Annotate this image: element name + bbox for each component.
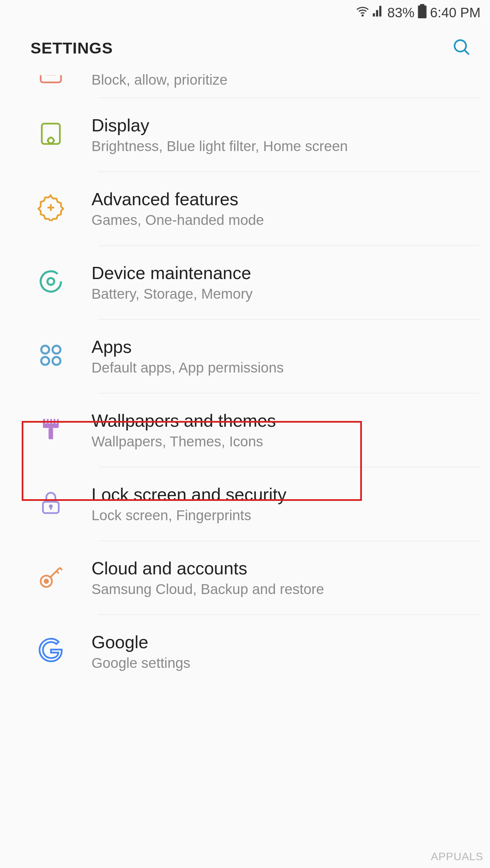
setting-item-notifications[interactable]: Block, allow, prioritize xyxy=(0,72,490,98)
svg-rect-21 xyxy=(45,419,47,423)
setting-subtitle: Games, One-handed mode xyxy=(91,212,470,228)
setting-subtitle: Wallpapers, Themes, Icons xyxy=(91,433,470,450)
brush-icon xyxy=(36,414,66,444)
search-button[interactable] xyxy=(452,37,471,58)
status-icons: 83% 6:40 PM xyxy=(356,4,481,21)
refresh-icon xyxy=(36,266,66,297)
setting-text: Display Brightness, Blue light filter, H… xyxy=(91,115,470,154)
setting-text: Device maintenance Battery, Storage, Mem… xyxy=(91,263,470,302)
svg-point-30 xyxy=(45,579,48,583)
svg-rect-2 xyxy=(420,4,425,6)
setting-subtitle: Default apps, App permissions xyxy=(91,360,470,376)
google-icon xyxy=(36,635,66,666)
settings-header: SETTINGS xyxy=(0,25,490,72)
svg-rect-1 xyxy=(418,5,426,18)
setting-subtitle: Block, allow, prioritize xyxy=(91,72,470,88)
setting-item-device-maintenance[interactable]: Device maintenance Battery, Storage, Mem… xyxy=(0,246,490,319)
setting-item-google[interactable]: Google Google settings xyxy=(0,615,490,688)
setting-subtitle: Brightness, Blue light filter, Home scre… xyxy=(91,138,470,154)
svg-line-33 xyxy=(60,568,62,570)
setting-item-cloud[interactable]: Cloud and accounts Samsung Cloud, Backup… xyxy=(0,541,490,614)
setting-text: Advanced features Games, One-handed mode xyxy=(91,189,470,228)
svg-point-16 xyxy=(41,346,49,354)
svg-point-19 xyxy=(53,357,60,365)
setting-item-advanced[interactable]: Advanced features Games, One-handed mode xyxy=(0,172,490,245)
signal-icon xyxy=(372,5,385,21)
battery-icon xyxy=(417,4,427,21)
svg-rect-23 xyxy=(52,419,54,423)
display-icon xyxy=(36,119,66,149)
setting-title: Display xyxy=(91,115,470,135)
svg-point-17 xyxy=(53,346,60,354)
wifi-icon xyxy=(356,5,369,21)
svg-rect-5 xyxy=(41,75,61,82)
svg-rect-22 xyxy=(48,419,50,423)
settings-list: Block, allow, prioritize Display Brightn… xyxy=(0,72,490,688)
setting-title: Device maintenance xyxy=(91,263,470,283)
svg-point-27 xyxy=(50,505,52,508)
setting-title: Apps xyxy=(91,337,470,357)
status-bar: 83% 6:40 PM xyxy=(0,0,490,25)
setting-item-lock-screen[interactable]: Lock screen and security Lock screen, Fi… xyxy=(0,467,490,541)
lock-icon xyxy=(36,488,66,518)
key-icon xyxy=(36,562,66,592)
svg-rect-7 xyxy=(42,124,60,144)
gear-plus-icon xyxy=(36,192,66,223)
setting-item-apps[interactable]: Apps Default apps, App permissions xyxy=(0,320,490,393)
svg-line-32 xyxy=(57,571,59,573)
setting-text: Apps Default apps, App permissions xyxy=(91,337,470,376)
setting-title: Cloud and accounts xyxy=(91,558,470,578)
setting-title: Google xyxy=(91,632,470,652)
setting-title: Advanced features xyxy=(91,189,470,209)
setting-subtitle: Samsung Cloud, Backup and restore xyxy=(91,581,470,597)
svg-point-18 xyxy=(41,357,49,365)
setting-text: Cloud and accounts Samsung Cloud, Backup… xyxy=(91,558,470,597)
clock-time: 6:40 PM xyxy=(430,5,481,20)
apps-icon xyxy=(36,340,66,371)
setting-text: Wallpapers and themes Wallpapers, Themes… xyxy=(91,410,470,450)
svg-point-15 xyxy=(47,278,54,285)
setting-text: Lock screen and security Lock screen, Fi… xyxy=(91,484,470,524)
setting-item-wallpapers[interactable]: Wallpapers and themes Wallpapers, Themes… xyxy=(0,394,490,467)
notifications-icon xyxy=(36,75,66,88)
setting-subtitle: Google settings xyxy=(91,655,470,671)
setting-title: Wallpapers and themes xyxy=(91,410,470,431)
svg-point-3 xyxy=(454,40,466,51)
watermark: APPUALS xyxy=(431,850,483,863)
battery-percent: 83% xyxy=(387,5,414,20)
svg-rect-25 xyxy=(48,428,53,439)
setting-subtitle: Battery, Storage, Memory xyxy=(91,286,470,302)
svg-point-8 xyxy=(48,138,54,144)
page-title: SETTINGS xyxy=(30,39,113,57)
svg-point-0 xyxy=(362,15,363,16)
setting-subtitle: Lock screen, Fingerprints xyxy=(91,507,470,524)
svg-line-4 xyxy=(465,50,469,55)
setting-text: Block, allow, prioritize xyxy=(91,72,470,88)
setting-title: Lock screen and security xyxy=(91,484,470,505)
svg-rect-24 xyxy=(55,419,57,423)
setting-item-display[interactable]: Display Brightness, Blue light filter, H… xyxy=(0,98,490,171)
setting-text: Google Google settings xyxy=(91,632,470,671)
